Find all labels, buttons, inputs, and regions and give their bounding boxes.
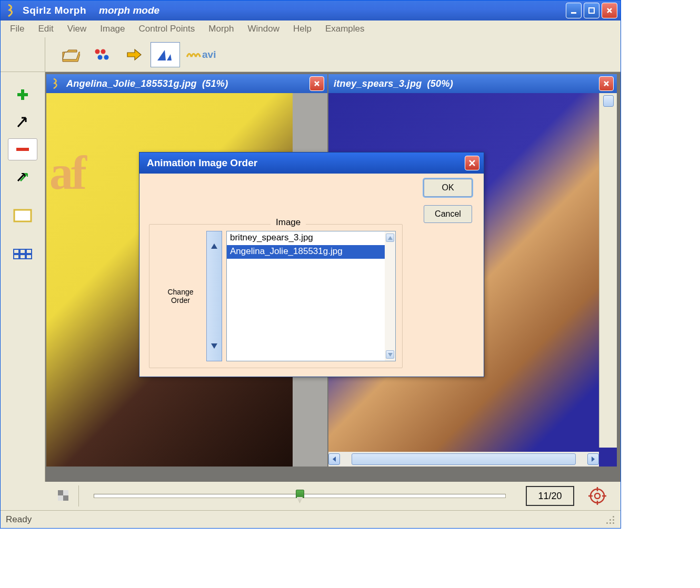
arrow-icon — [15, 115, 30, 129]
app-titlebar: Sqirlz Morph morph mode — [1, 1, 621, 21]
document-title: itney_spears_3.jpg — [334, 78, 422, 89]
document-close-button[interactable] — [599, 76, 614, 91]
dialog-close-button[interactable] — [465, 156, 479, 170]
label-line-1: Change — [167, 288, 193, 296]
menu-control-points[interactable]: Control Points — [134, 22, 201, 36]
dialog-titlebar[interactable]: Animation Image Order — [139, 153, 484, 174]
scroll-up-button[interactable] — [386, 234, 394, 242]
resize-grip[interactable] — [605, 514, 615, 525]
toolbar-grip — [1, 37, 45, 72]
right-arrow-icon — [124, 47, 143, 63]
svg-rect-13 — [26, 255, 32, 259]
morph-preview-button[interactable] — [151, 42, 180, 67]
pair-points-tool[interactable] — [8, 166, 37, 188]
list-item[interactable]: britney_spears_3.jpg — [227, 231, 395, 245]
document-titlebar-left[interactable]: Angelina_Jolie_185531g.jpg (51%) — [46, 74, 327, 93]
main-window: Sqirlz Morph morph mode File Edit View I… — [0, 0, 621, 529]
order-spinner — [206, 231, 222, 361]
svg-rect-17 — [58, 495, 63, 501]
svg-rect-16 — [63, 490, 68, 495]
group-label: Image — [271, 217, 306, 228]
document-title: Angelina_Jolie_185531g.jpg — [66, 78, 197, 89]
svg-point-4 — [98, 55, 103, 59]
close-button[interactable] — [602, 3, 617, 18]
image-group: Image Change Order britney_spears_3.jpg … — [149, 224, 403, 368]
scroll-thumb[interactable] — [603, 95, 614, 107]
app-logo-icon — [6, 4, 17, 17]
add-point-tool[interactable] — [8, 84, 37, 106]
animation-image-order-dialog: Animation Image Order OK Cancel Image Ch… — [139, 152, 484, 377]
remove-point-tool[interactable] — [8, 138, 37, 160]
listbox-scrollbar[interactable] — [385, 231, 395, 361]
color-dots-icon — [93, 47, 112, 63]
menu-edit[interactable]: Edit — [33, 22, 58, 36]
vertical-scrollbar[interactable] — [599, 93, 617, 448]
next-step-button[interactable] — [119, 42, 148, 67]
app-mode: morph mode — [99, 5, 159, 16]
horizontal-scrollbar[interactable] — [328, 452, 599, 467]
preview-target-button[interactable] — [587, 485, 608, 506]
triangles-icon — [156, 47, 175, 63]
change-order-label: Change Order — [156, 225, 205, 368]
document-zoom: (51%) — [202, 78, 228, 89]
plus-icon — [15, 87, 30, 102]
ok-button[interactable]: OK — [424, 179, 472, 197]
document-close-button[interactable] — [309, 76, 324, 91]
play-toggle-button[interactable] — [53, 485, 74, 506]
minimize-button[interactable] — [566, 3, 582, 18]
status-text: Ready — [6, 514, 32, 525]
svg-point-3 — [101, 49, 106, 54]
svg-rect-8 — [14, 249, 19, 254]
menu-image[interactable]: Image — [95, 22, 130, 36]
cancel-button[interactable]: Cancel — [424, 205, 472, 223]
menu-file[interactable]: File — [5, 22, 29, 36]
checker-icon — [57, 489, 71, 503]
menu-window[interactable]: Window — [242, 22, 284, 36]
app-logo-icon — [52, 78, 61, 89]
image-watermark: af — [49, 146, 85, 200]
timeline-bar: 11/20 — [1, 482, 621, 510]
menu-help[interactable]: Help — [288, 22, 317, 36]
document-titlebar-right[interactable]: itney_spears_3.jpg (50%) — [328, 74, 617, 93]
grid-icon — [13, 248, 33, 261]
grid-tool[interactable] — [8, 244, 37, 266]
menu-view[interactable]: View — [62, 22, 92, 36]
control-points-button[interactable] — [87, 42, 117, 67]
export-avi-button[interactable]: avi — [182, 42, 219, 67]
tool-sidebar — [1, 72, 45, 482]
crossed-arrows-icon — [15, 169, 30, 184]
svg-rect-7 — [14, 210, 31, 221]
frame-readout: 11/20 — [526, 486, 574, 506]
list-item[interactable]: Angelina_Jolie_185531g.jpg — [227, 245, 395, 259]
svg-rect-15 — [63, 495, 68, 501]
app-title: Sqirlz Morph — [23, 5, 86, 16]
dialog-title: Animation Image Order — [147, 157, 257, 169]
folder-open-icon — [61, 47, 80, 63]
image-order-listbox[interactable]: britney_spears_3.jpg Angelina_Jolie_1855… — [226, 231, 396, 361]
label-line-2: Order — [171, 296, 190, 305]
separator — [78, 485, 79, 506]
scroll-right-button[interactable] — [587, 453, 599, 465]
minus-icon — [14, 146, 31, 153]
menu-bar: File Edit View Image Control Points Morp… — [1, 21, 621, 37]
menu-examples[interactable]: Examples — [320, 22, 370, 36]
maximize-button[interactable] — [584, 3, 599, 18]
scroll-left-button[interactable] — [328, 453, 340, 465]
scroll-track[interactable] — [352, 453, 576, 465]
frame-slider[interactable] — [94, 494, 506, 498]
menu-morph[interactable]: Morph — [203, 22, 239, 36]
move-point-tool[interactable] — [8, 111, 37, 133]
target-icon — [588, 487, 606, 505]
svg-rect-6 — [16, 148, 29, 151]
move-down-button[interactable] — [211, 342, 217, 350]
svg-point-19 — [595, 493, 600, 499]
open-file-button[interactable] — [56, 42, 85, 67]
document-zoom: (50%) — [427, 78, 453, 89]
status-bar: Ready — [1, 510, 621, 528]
svg-rect-10 — [26, 249, 32, 254]
frame-icon — [13, 208, 33, 223]
slider-thumb[interactable] — [296, 490, 304, 503]
move-up-button[interactable] — [211, 242, 217, 250]
scroll-down-button[interactable] — [386, 350, 394, 359]
frame-tool[interactable] — [8, 205, 37, 227]
